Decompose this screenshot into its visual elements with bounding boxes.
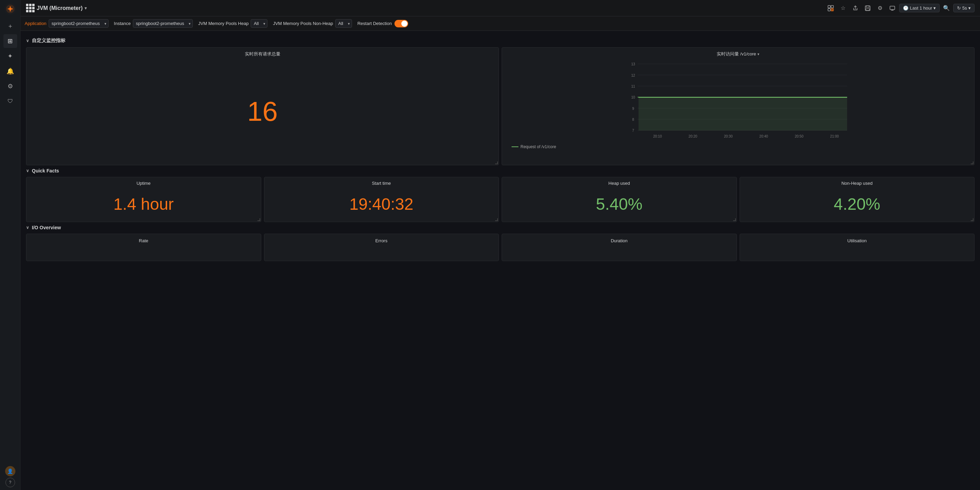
uptime-value: 1.4 hour	[26, 188, 261, 222]
tv-mode-button[interactable]	[887, 3, 898, 14]
jvm-heap-select-wrap: All	[251, 19, 267, 28]
instance-filter-group: Instance springboot2-prometheus	[114, 19, 193, 28]
refresh-picker[interactable]: ↻ 5s ▾	[953, 4, 975, 12]
jvm-heap-label: JVM Memory Pools Heap	[198, 21, 248, 26]
custom-section-header: ∨ 自定义监控指标	[26, 38, 975, 44]
svg-text:20:50: 20:50	[795, 135, 803, 138]
star-button[interactable]: ☆	[838, 3, 848, 14]
settings-button[interactable]: ⚙	[875, 3, 886, 14]
dashboard-title-text: JVM (Micrometer)	[37, 5, 83, 11]
custom-panels-grid: 实时所有请求总量 16 实时访问量 /v1/core ▾ 13 12	[26, 47, 975, 165]
grid-sidebar-icon[interactable]: ⊞	[3, 34, 17, 48]
plus-sidebar-icon[interactable]: ＋	[3, 19, 17, 33]
rate-title: Rate	[26, 234, 261, 246]
restart-detection-label: Restart Detection	[358, 21, 392, 26]
grafana-logo[interactable]	[4, 3, 16, 15]
bell-sidebar-icon[interactable]: 🔔	[3, 64, 17, 78]
utilisation-panel: Utilisation	[740, 234, 975, 261]
quick-facts-grid: Uptime 1.4 hour Start time 19:40:32 Heap…	[26, 177, 975, 222]
start-time-resize[interactable]	[495, 218, 498, 221]
stat-panel-value: 16	[26, 59, 499, 165]
start-time-title: Start time	[264, 177, 499, 188]
nonheap-used-title: Non-Heap used	[740, 177, 975, 188]
jvm-nonheap-label: JVM Memory Pools Non-Heap	[273, 21, 333, 26]
duration-title: Duration	[502, 234, 737, 246]
title-dropdown-icon[interactable]: ▾	[84, 6, 87, 11]
svg-rect-11	[890, 6, 895, 10]
heap-used-title: Heap used	[502, 177, 737, 188]
instance-select-wrap: springboot2-prometheus	[133, 19, 193, 28]
duration-panel: Duration	[502, 234, 737, 261]
nonheap-used-value: 4.20%	[740, 188, 975, 222]
svg-rect-4	[828, 9, 830, 11]
chart-panel-title: 实时访问量 /v1/core ▾	[502, 48, 974, 59]
stat-panel-resize[interactable]	[495, 162, 498, 164]
quick-facts-title: Quick Facts	[32, 168, 59, 173]
instance-select[interactable]: springboot2-prometheus	[133, 19, 193, 28]
save-button[interactable]	[862, 3, 873, 14]
compass-sidebar-icon[interactable]: ✦	[3, 49, 17, 63]
jvm-heap-filter-group: JVM Memory Pools Heap All	[198, 19, 267, 28]
chart-panel-resize[interactable]	[971, 162, 974, 164]
stat-panel: 实时所有请求总量 16	[26, 47, 499, 165]
uptime-title: Uptime	[26, 177, 261, 188]
chart-title-text: 实时访问量 /v1/core	[717, 51, 756, 57]
refresh-icon: ↻	[957, 5, 961, 11]
chart-container: 13 12 11 10 9 8 7	[502, 59, 974, 165]
clock-icon: 🕐	[903, 5, 908, 11]
application-select[interactable]: springboot2-prometheus	[49, 19, 108, 28]
content-area: ∨ 自定义监控指标 实时所有请求总量 16 实时访问量 /v1/core ▾	[21, 31, 980, 490]
errors-title: Errors	[264, 234, 499, 246]
quick-facts-section-header: ∨ Quick Facts	[26, 168, 975, 173]
custom-collapse-icon[interactable]: ∨	[26, 38, 29, 43]
svg-text:20:10: 20:10	[653, 135, 662, 138]
time-dropdown-icon: ▾	[934, 5, 936, 11]
chart-dropdown-icon[interactable]: ▾	[757, 52, 759, 56]
io-overview-section-header: ∨ I/O Overview	[26, 225, 975, 230]
uptime-panel: Uptime 1.4 hour	[26, 177, 261, 222]
svg-text:7: 7	[632, 128, 634, 132]
dashboard-title[interactable]: JVM (Micrometer) ▾	[26, 4, 87, 12]
add-panel-button[interactable]	[825, 3, 836, 14]
filterbar: Application springboot2-prometheus Insta…	[21, 16, 980, 31]
heap-used-resize[interactable]	[733, 218, 736, 221]
shield-sidebar-icon[interactable]: 🛡	[3, 94, 17, 108]
svg-text:20:30: 20:30	[724, 135, 733, 138]
svg-text:11: 11	[631, 84, 635, 88]
nonheap-used-resize[interactable]	[971, 218, 974, 221]
svg-rect-10	[866, 9, 869, 10]
svg-text:21:00: 21:00	[830, 135, 839, 138]
jvm-heap-select[interactable]: All	[251, 19, 267, 28]
nonheap-used-panel: Non-Heap used 4.20%	[740, 177, 975, 222]
svg-rect-2	[828, 5, 830, 8]
svg-text:13: 13	[631, 62, 635, 66]
sidebar: ＋ ⊞ ✦ 🔔 ⚙ 🛡 👤 ?	[0, 0, 21, 490]
svg-marker-28	[639, 98, 847, 131]
svg-text:10: 10	[631, 95, 635, 99]
help-icon[interactable]: ?	[5, 478, 15, 487]
jvm-nonheap-select[interactable]: All	[335, 19, 352, 28]
user-avatar[interactable]: 👤	[5, 466, 16, 476]
restart-detection-toggle[interactable]	[395, 20, 408, 27]
heap-used-panel: Heap used 5.40%	[502, 177, 737, 222]
uptime-resize[interactable]	[258, 218, 260, 221]
main-area: JVM (Micrometer) ▾ ☆	[21, 0, 980, 490]
quick-facts-collapse-icon[interactable]: ∨	[26, 168, 29, 173]
time-range-picker[interactable]: 🕐 Last 1 hour ▾	[899, 4, 940, 12]
restart-detection-group: Restart Detection	[358, 20, 408, 27]
legend-line	[512, 146, 519, 147]
svg-text:20:40: 20:40	[759, 135, 768, 138]
io-overview-grid: Rate Errors Duration Utilisation	[26, 234, 975, 261]
io-collapse-icon[interactable]: ∨	[26, 225, 29, 230]
gear-sidebar-icon[interactable]: ⚙	[3, 79, 17, 93]
zoom-out-button[interactable]: 🔍	[941, 3, 952, 14]
svg-point-1	[9, 8, 11, 10]
utilisation-title: Utilisation	[740, 234, 975, 246]
chart-panel: 实时访问量 /v1/core ▾ 13 12 11 10	[502, 47, 975, 165]
topbar: JVM (Micrometer) ▾ ☆	[21, 0, 980, 16]
refresh-dropdown-icon: ▾	[968, 5, 971, 11]
legend-label: Request of /v1/core	[520, 144, 556, 149]
application-filter-group: Application springboot2-prometheus	[25, 19, 108, 28]
dashboard-grid-icon	[26, 4, 35, 12]
share-button[interactable]	[850, 3, 861, 14]
